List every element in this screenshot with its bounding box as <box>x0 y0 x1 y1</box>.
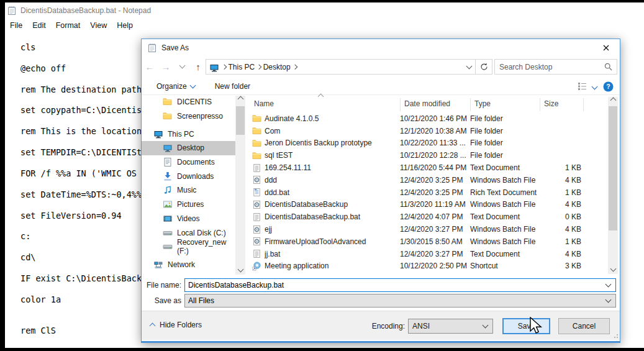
column-divider[interactable] <box>540 98 540 111</box>
list-scrollbar[interactable] <box>608 97 618 274</box>
up-button[interactable]: ↑ <box>190 59 206 74</box>
file-row[interactable]: Com 12/1/2020 10:38 AM File folder <box>247 125 608 137</box>
scroll-up-icon[interactable] <box>238 96 244 103</box>
menu-view[interactable]: View <box>85 20 112 31</box>
file-row[interactable]: Jeron Dicentis Backup prototype 10/22/20… <box>247 137 608 150</box>
forward-button[interactable]: → <box>158 59 174 74</box>
sidebar-item[interactable]: Screenpresso <box>142 109 235 124</box>
file-row[interactable]: sql tEST 10/21/2020 12:28 ... File folde… <box>247 149 608 162</box>
file-row[interactable]: DicentisDatabaseBackup.bat 12/4/2020 4:0… <box>247 211 608 223</box>
scrollbar-thumb[interactable] <box>609 106 617 230</box>
save-as-type-dropdown[interactable]: All Files <box>184 294 616 308</box>
sidebar-item[interactable]: Network <box>142 258 235 272</box>
file-row[interactable]: Meeting application 10/12/2020 2:50 PM S… <box>247 260 608 273</box>
chevron-down-icon[interactable] <box>605 281 612 288</box>
file-type-icon <box>247 114 265 123</box>
file-type: Windows Batch File <box>470 176 540 185</box>
refresh-icon <box>480 63 488 71</box>
sidebar-item-label: Screenpresso <box>177 112 223 121</box>
menu-format[interactable]: Format <box>51 20 86 31</box>
file-type: Text Document <box>470 250 540 258</box>
file-type-icon <box>247 237 265 246</box>
column-header-type[interactable]: Type <box>474 99 491 108</box>
file-name: Meeting application <box>265 262 400 270</box>
sidebar-item-icon <box>163 185 173 195</box>
scrollbar-thumb[interactable] <box>236 106 245 135</box>
menu-file[interactable]: File <box>5 20 27 31</box>
sidebar-item[interactable]: This PC <box>142 127 235 141</box>
breadcrumb-desktop[interactable]: Desktop <box>263 63 291 71</box>
sidebar-item-label: DICENTIS <box>177 98 212 106</box>
sidebar-item-label: Desktop <box>177 144 204 152</box>
file-name: ejj <box>265 225 400 234</box>
file-date-modified: 12/4/2020 3:27 PM <box>400 225 470 234</box>
address-bar[interactable]: This PC Desktop <box>206 59 492 75</box>
file-row[interactable]: ejj 12/4/2020 3:27 PM Windows Batch File… <box>247 223 608 235</box>
file-row[interactable]: jj.bat 12/4/2020 3:27 PM Text Document 4… <box>247 248 608 260</box>
file-size: 1 KB <box>540 188 581 197</box>
scroll-down-icon[interactable] <box>238 267 244 273</box>
sidebar-item-icon <box>163 214 173 224</box>
scroll-up-icon[interactable] <box>610 98 617 104</box>
refresh-button[interactable] <box>476 60 492 74</box>
sidebar-item[interactable]: Downloads <box>142 169 235 183</box>
file-name: Jeron Dicentis Backup prototype <box>265 139 400 147</box>
save-as-dialog: Save As ← → ↑ This PC Desktop <box>141 39 620 343</box>
file-date-modified: 12/4/2020 3:27 PM <box>400 250 470 258</box>
close-button[interactable] <box>592 39 620 57</box>
scroll-down-icon[interactable] <box>610 266 617 272</box>
breadcrumb-separator-icon <box>293 65 297 70</box>
address-dropdown-icon[interactable] <box>466 63 473 69</box>
sidebar-item-icon <box>163 143 173 153</box>
file-type: File folder <box>470 139 540 147</box>
encoding-dropdown[interactable]: ANSI <box>408 319 493 334</box>
menu-edit[interactable]: Edit <box>27 20 51 31</box>
view-options-icon[interactable] <box>578 82 587 91</box>
file-size: 4 KB <box>540 176 581 185</box>
new-folder-button[interactable]: New folder <box>210 80 255 93</box>
back-arrow-icon: ← <box>145 62 155 72</box>
file-type: Windows Batch File <box>470 200 540 209</box>
search-icon[interactable] <box>604 63 612 71</box>
chevron-down-icon[interactable] <box>592 83 598 89</box>
column-divider[interactable] <box>470 98 471 111</box>
sidebar-item[interactable]: Recovery_new (F:) <box>142 240 235 254</box>
sidebar-item[interactable]: Videos <box>142 212 235 226</box>
breadcrumb-this-pc[interactable]: This PC <box>229 63 255 71</box>
sidebar-item[interactable]: Music <box>142 183 235 198</box>
back-button[interactable]: ← <box>142 59 158 74</box>
sidebar-item[interactable]: Documents <box>142 155 235 170</box>
file-date-modified: 11/16/2020 5:44 PM <box>400 163 470 172</box>
resize-grip-icon[interactable] <box>613 333 618 338</box>
help-icon[interactable]: ? <box>603 81 614 92</box>
sidebar-scrollbar[interactable] <box>235 96 245 275</box>
chevron-down-icon <box>605 297 612 303</box>
hide-folders-button[interactable]: Hide Folders <box>150 321 202 329</box>
recent-locations-button[interactable] <box>174 59 190 74</box>
search-input[interactable] <box>495 62 604 72</box>
file-row[interactable]: ddd 12/4/2020 3:25 PM Windows Batch File… <box>247 174 608 186</box>
file-row[interactable]: 169.254.11.11 11/16/2020 5:44 PM Text Do… <box>247 162 608 174</box>
cancel-button[interactable]: Cancel <box>558 318 610 334</box>
file-row[interactable]: DicentisDatabaseBackup 11/3/2020 11:19 A… <box>247 199 608 211</box>
sidebar-item[interactable]: Pictures <box>142 198 235 212</box>
organize-button[interactable]: Organize <box>152 80 200 93</box>
column-divider[interactable] <box>400 98 401 111</box>
file-type: Windows Batch File <box>470 225 540 234</box>
navigation-pane: DICENTIS Screenpresso This PC Desktop <box>142 95 235 275</box>
file-row[interactable]: Audinate 4.1.0.5 10/21/2020 1:46 PM File… <box>247 112 608 125</box>
file-type: File folder <box>470 127 540 135</box>
file-row[interactable]: ddd.bat 12/4/2020 3:25 PM Rich Text Docu… <box>247 186 608 199</box>
column-header-size[interactable]: Size <box>544 99 558 108</box>
file-row[interactable]: FirmwareUploadToolAdvanced 1/30/2015 8:5… <box>247 235 608 248</box>
file-date-modified: 10/22/2020 11:33 ... <box>400 139 470 147</box>
file-name-input[interactable] <box>185 280 606 290</box>
menu-help[interactable]: Help <box>112 20 138 31</box>
column-divider[interactable] <box>583 98 584 111</box>
sidebar-item-label: Network <box>168 260 195 269</box>
sidebar-item[interactable]: Desktop <box>142 141 235 155</box>
sidebar-item[interactable]: DICENTIS <box>142 95 235 109</box>
column-header-name[interactable]: Name <box>254 99 274 108</box>
file-type-icon <box>247 212 265 222</box>
column-header-date-modified[interactable]: Date modified <box>404 99 450 108</box>
